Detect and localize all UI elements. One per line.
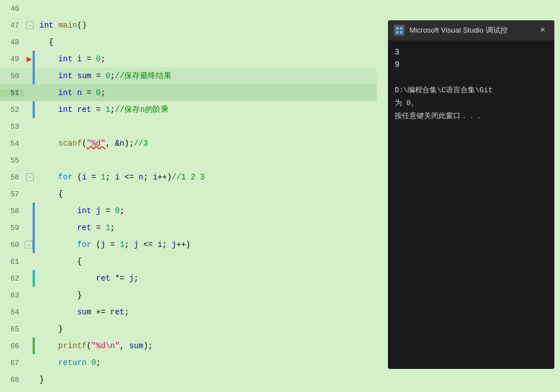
output-line-1: 3 [395, 46, 548, 58]
table-row: 65 } [0, 321, 377, 337]
code-content: for (j = 1; j <= i; j++) [35, 236, 191, 253]
code-content: } [35, 321, 63, 337]
line-number: 61 [0, 258, 24, 266]
line-number: 57 [0, 190, 24, 199]
table-row: 57 { [0, 186, 377, 202]
line-number: 55 [0, 156, 24, 165]
svg-rect-0 [396, 27, 399, 30]
table-row: 46 [0, 0, 377, 17]
table-row: 63 } [0, 287, 377, 304]
svg-rect-2 [396, 31, 399, 34]
table-row: 67 return 0; [0, 354, 377, 371]
table-row: 62 ret *= j; [0, 270, 377, 287]
line-number: 49 [0, 55, 24, 64]
line-number: 46 [0, 4, 24, 13]
code-content: int j = 0; [35, 202, 124, 219]
gutter-bar [33, 51, 35, 67]
line-number: 59 [0, 224, 24, 232]
line-number: 48 [0, 38, 24, 47]
code-editor: 46 47 - int main() 48 { 49 ▶ int i = [0, 0, 377, 392]
collapse-icon[interactable]: - [26, 21, 34, 29]
line-number: 50 [0, 72, 24, 80]
code-content: sum += ret; [35, 304, 129, 321]
line-number: 64 [0, 308, 24, 317]
table-row: 49 ▶ int i = 0; [0, 51, 377, 67]
code-content: int ret = 1;//保存n的阶乘 [35, 101, 169, 118]
code-content: return 0; [35, 354, 101, 371]
svg-rect-3 [400, 31, 403, 34]
console-header: Microsoft Visual Studio 调试控 × [388, 20, 554, 40]
console-title: Microsoft Visual Studio 调试控 [409, 25, 532, 35]
table-row: 52 int ret = 1;//保存n的阶乘 [0, 101, 377, 118]
gutter-bar [33, 236, 35, 253]
table-row: 51 int n = 0; [0, 84, 377, 101]
code-content: } [35, 371, 44, 388]
gutter-bar [33, 337, 35, 354]
gutter-bar [33, 67, 35, 84]
code-content: } [35, 287, 82, 304]
line-number: 53 [0, 123, 24, 131]
table-row: 61 { [0, 253, 377, 270]
line-number: 60 [0, 241, 24, 249]
svg-rect-1 [400, 27, 403, 30]
line-gutter: - [24, 173, 35, 181]
output-line-2: 9 [395, 58, 548, 71]
code-content: for (i = 1; i <= n; i++)//1 2 3 [35, 169, 205, 186]
table-row: 53 [0, 118, 377, 135]
code-content: { [35, 34, 53, 51]
line-number: 68 [0, 376, 24, 384]
line-number: 47 [0, 21, 24, 30]
line-number: 65 [0, 325, 24, 334]
code-content: ret = 1; [35, 219, 115, 236]
code-content: { [35, 186, 63, 202]
output-line-3 [395, 71, 548, 84]
gutter-bar [33, 101, 35, 118]
breakpoint-arrow: ▶ [26, 53, 32, 65]
vs-icon [394, 25, 405, 36]
console-body: 3 9 D:\编程合集\C语言合集\Git为 0。按任意键关闭此窗口．．． [388, 40, 554, 128]
table-row: 58 int j = 0; [0, 202, 377, 219]
line-number: 62 [0, 274, 24, 283]
code-content: printf("%d\n", sum); [35, 337, 153, 354]
gutter-bar [33, 270, 35, 287]
line-number: 51 [0, 89, 24, 97]
line-number: 56 [0, 173, 24, 182]
gutter-bar [33, 219, 35, 236]
gutter-bar [33, 202, 35, 219]
code-content: int main() [35, 17, 87, 34]
prompt-text: 按任意键关闭此窗口．．． [395, 112, 482, 120]
console-panel: Microsoft Visual Studio 调试控 × 3 9 D:\编程合… [388, 20, 554, 369]
table-row: 48 { [0, 34, 377, 51]
table-row: 66 printf("%d\n", sum); [0, 337, 377, 354]
collapse-icon[interactable]: - [25, 241, 33, 249]
line-number: 66 [0, 342, 24, 350]
exit-text: 为 0。 [395, 99, 418, 107]
table-row: 47 - int main() [0, 17, 377, 34]
close-button[interactable]: × [536, 24, 549, 37]
line-number: 54 [0, 139, 24, 148]
table-row: 60 - for (j = 1; j <= i; j++) [0, 236, 377, 253]
line-gutter: ▶ [24, 53, 35, 65]
code-content: int n = 0; [35, 84, 106, 101]
code-content: { [35, 253, 82, 270]
code-content: scanf("%d", &n);//3 [35, 135, 148, 152]
line-number: 63 [0, 291, 24, 300]
line-gutter: - [24, 241, 35, 249]
code-content: ret *= j; [35, 270, 138, 287]
table-row: 56 - for (i = 1; i <= n; i++)//1 2 3 [0, 169, 377, 186]
line-number: 52 [0, 106, 24, 114]
line-gutter: - [24, 21, 35, 29]
table-row: 64 sum += ret; [0, 304, 377, 321]
collapse-icon[interactable]: - [26, 173, 34, 181]
table-row: 54 scanf("%d", &n);//3 [0, 135, 377, 152]
code-lines: 46 47 - int main() 48 { 49 ▶ int i = [0, 0, 377, 388]
table-row: 50 int sum = 0;//保存最终结果 [0, 67, 377, 84]
line-number: 58 [0, 207, 24, 215]
code-content: int i = 0; [35, 51, 106, 67]
table-row: 59 ret = 1; [0, 219, 377, 236]
code-content: int sum = 0;//保存最终结果 [35, 67, 171, 84]
console-path: D:\编程合集\C语言合集\Git为 0。按任意键关闭此窗口．．． [395, 86, 493, 120]
table-row: 55 [0, 152, 377, 169]
table-row: 68 } [0, 371, 377, 388]
line-number: 67 [0, 359, 24, 367]
